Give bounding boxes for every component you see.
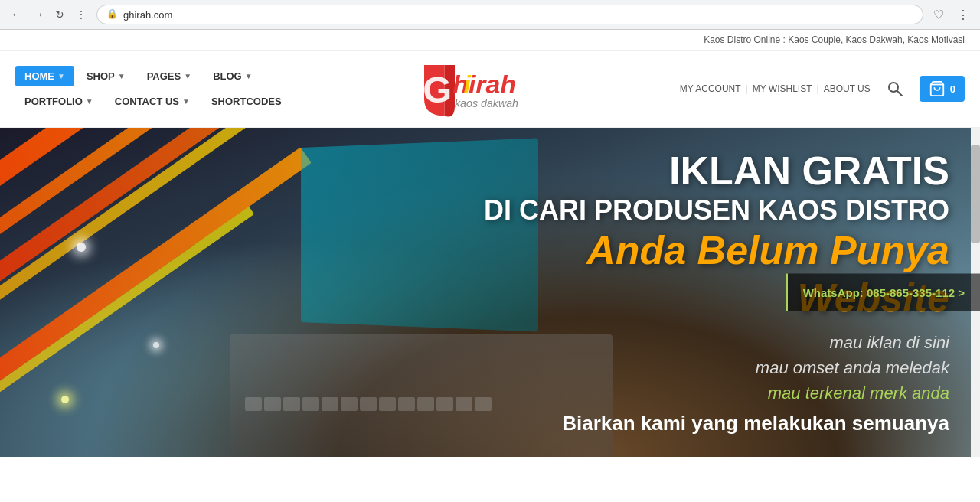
nav-portfolio[interactable]: PORTFOLIO ▼ bbox=[15, 91, 103, 112]
browser-toolbar: ← → ↻ ⋮ 🔒 ghirah.com ♡ ⋮ bbox=[0, 0, 980, 29]
search-button[interactable] bbox=[883, 77, 907, 101]
logo-area: G hirah i kaos dakwah bbox=[291, 58, 680, 119]
top-bar: Kaos Distro Online : Kaos Couple, Kaos D… bbox=[0, 30, 980, 51]
refresh-button[interactable]: ↻ bbox=[51, 5, 69, 24]
nav-home[interactable]: HOME ▼ bbox=[15, 66, 74, 86]
separator-2: | bbox=[817, 83, 819, 94]
my-account-link[interactable]: MY ACCOUNT bbox=[680, 83, 741, 94]
home-arrow: ▼ bbox=[57, 72, 65, 80]
nav-contact-us[interactable]: CONTACT US ▼ bbox=[106, 91, 199, 112]
lock-icon: 🔒 bbox=[106, 8, 119, 21]
bookmark-button[interactable]: ♡ bbox=[929, 5, 948, 24]
whatsapp-box: WhatsApp: 085-865-335-112 > bbox=[786, 274, 980, 311]
main-nav: HOME ▼ SHOP ▼ PAGES ▼ BLOG ▼ PORTFOLIO ▼… bbox=[15, 66, 291, 112]
right-nav: MY ACCOUNT | MY WISHLIST | ABOUT US 0 bbox=[680, 76, 965, 102]
hero-text-line1: mau iklan di sini bbox=[444, 330, 949, 355]
nav-pages[interactable]: PAGES ▼ bbox=[138, 66, 201, 86]
nav-row-2: PORTFOLIO ▼ CONTACT US ▼ SHORTCODES bbox=[15, 91, 291, 112]
my-wishlist-link[interactable]: MY WISHLIST bbox=[753, 83, 812, 94]
portfolio-arrow: ▼ bbox=[86, 97, 93, 106]
svg-text:G: G bbox=[423, 69, 452, 110]
shop-arrow: ▼ bbox=[118, 72, 126, 80]
nav-blog[interactable]: BLOG ▼ bbox=[204, 66, 261, 86]
cart-button[interactable]: 0 bbox=[920, 76, 965, 102]
svg-text:i: i bbox=[463, 70, 471, 99]
contact-arrow: ▼ bbox=[182, 97, 190, 106]
whatsapp-link[interactable]: WhatsApp: 085-865-335-112 > bbox=[803, 286, 965, 299]
svg-point-4 bbox=[889, 83, 898, 92]
browser-chrome: ← → ↻ ⋮ 🔒 ghirah.com ♡ ⋮ bbox=[0, 0, 980, 30]
topbar-text: Kaos Distro Online : Kaos Couple, Kaos D… bbox=[704, 34, 965, 45]
nav-row-1: HOME ▼ SHOP ▼ PAGES ▼ BLOG ▼ bbox=[15, 66, 291, 86]
apps-button[interactable]: ⋮ bbox=[72, 5, 90, 24]
separator-1: | bbox=[746, 83, 748, 94]
cart-icon bbox=[929, 80, 946, 97]
forward-button[interactable]: → bbox=[29, 5, 47, 24]
svg-text:kaos dakwah: kaos dakwah bbox=[455, 97, 518, 109]
hero-text-line3: mau terkenal merk anda bbox=[444, 380, 949, 406]
hero-title-main: IKLAN GRATIS bbox=[444, 149, 949, 193]
back-button[interactable]: ← bbox=[8, 5, 26, 24]
svg-text:hirah: hirah bbox=[452, 70, 516, 99]
search-icon bbox=[887, 81, 903, 96]
browser-right-icons: ♡ ⋮ bbox=[929, 5, 972, 24]
about-us-link[interactable]: ABOUT US bbox=[824, 83, 871, 94]
right-nav-links: MY ACCOUNT | MY WISHLIST | ABOUT US bbox=[680, 83, 871, 94]
blog-arrow: ▼ bbox=[245, 72, 253, 80]
hero-title-sub: DI CARI PRODUSEN KAOS DISTRO bbox=[444, 194, 949, 227]
site-logo[interactable]: G hirah i kaos dakwah bbox=[416, 58, 554, 119]
pages-arrow: ▼ bbox=[184, 72, 191, 80]
hero-text-line2: mau omset anda meledak bbox=[444, 355, 949, 380]
nav-shop[interactable]: SHOP ▼ bbox=[77, 66, 135, 86]
browser-nav-buttons: ← → ↻ ⋮ bbox=[8, 5, 90, 24]
svg-line-5 bbox=[897, 91, 902, 96]
nav-shortcodes[interactable]: SHORTCODES bbox=[202, 91, 291, 112]
cart-count: 0 bbox=[950, 83, 956, 95]
hero-text-bottom: Biarkan kami yang melakukan semuanya bbox=[444, 412, 949, 435]
url-text: ghirah.com bbox=[123, 9, 172, 21]
hero-text-lines: mau iklan di sini mau omset anda meledak… bbox=[444, 330, 949, 406]
hero-banner: IKLAN GRATIS DI CARI PRODUSEN KAOS DISTR… bbox=[0, 128, 980, 457]
address-bar[interactable]: 🔒 ghirah.com bbox=[96, 5, 923, 24]
site-header: HOME ▼ SHOP ▼ PAGES ▼ BLOG ▼ PORTFOLIO ▼… bbox=[0, 51, 980, 128]
menu-button[interactable]: ⋮ bbox=[954, 5, 972, 24]
